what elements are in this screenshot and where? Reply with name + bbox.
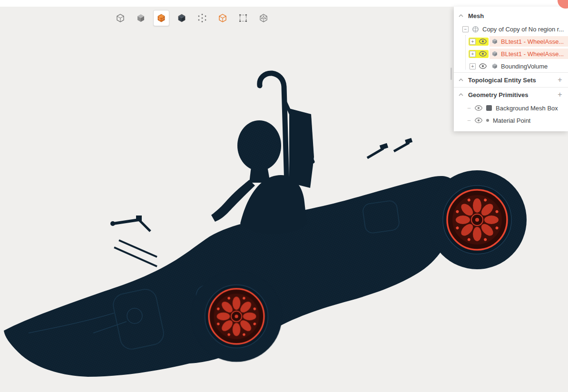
view-hollow-button[interactable] bbox=[215, 10, 231, 26]
scene-tree-panel: Mesh − Copy of Copy of No region r... + bbox=[454, 7, 568, 131]
cube-solid-icon bbox=[136, 13, 146, 23]
geometry-section-header[interactable]: Geometry Primitives + bbox=[454, 87, 568, 102]
chevron-up-icon bbox=[459, 14, 463, 18]
topological-section-header[interactable]: Topological Entity Sets + bbox=[454, 72, 568, 87]
mesh-part-cube-icon bbox=[491, 63, 498, 69]
tree-connector: – bbox=[467, 117, 471, 124]
expand-toggle[interactable]: + bbox=[470, 51, 476, 57]
mesh-box-icon bbox=[486, 105, 492, 111]
front-suspension bbox=[110, 216, 157, 266]
row-strip: BoundingVolume bbox=[490, 61, 568, 71]
panel-scrollbar-thumb[interactable] bbox=[450, 68, 452, 80]
view-surface-mesh-button[interactable] bbox=[153, 10, 169, 26]
rear-suspension bbox=[367, 138, 412, 158]
tree-row-material-point[interactable]: – Material Point bbox=[454, 114, 568, 127]
rear-wheel bbox=[428, 170, 527, 269]
driver-figure bbox=[211, 73, 314, 234]
marquee-select-icon bbox=[238, 13, 248, 23]
tree-connector: – bbox=[467, 105, 471, 111]
tree-item-label: BLtest1 - WheelAsse... bbox=[501, 50, 564, 58]
tree-row-wheel-assembly-2[interactable]: + BLtest1 - WheelAsse... bbox=[454, 48, 568, 60]
highlight-marker: + bbox=[469, 50, 489, 58]
mesh-section-header[interactable]: Mesh bbox=[454, 9, 568, 23]
visibility-eye-icon[interactable] bbox=[475, 105, 482, 111]
tree-item-label: Material Point bbox=[493, 117, 530, 124]
section-title: Mesh bbox=[468, 12, 564, 20]
tree-item-label: Copy of Copy of No region r... bbox=[482, 26, 564, 33]
cube-mesh-icon bbox=[157, 13, 166, 23]
mesh-view-toolbar bbox=[112, 10, 272, 26]
cube-hollow-orange-icon bbox=[218, 13, 227, 23]
section-title: Geometry Primitives bbox=[468, 91, 556, 98]
selected-row-strip: BLtest1 - WheelAsse... bbox=[490, 49, 568, 59]
tree-item-label: Background Mesh Box bbox=[496, 105, 558, 112]
tree-row-bounding-volume[interactable]: + BoundingVolume bbox=[454, 60, 568, 72]
selected-row-strip: BLtest1 - WheelAsse... bbox=[490, 36, 568, 47]
tree-row-background-mesh-box[interactable]: – Background Mesh Box bbox=[454, 102, 568, 114]
visibility-eye-icon[interactable] bbox=[479, 63, 487, 69]
expand-toggle[interactable]: + bbox=[470, 63, 476, 69]
tree-item-label: BoundingVolume bbox=[501, 63, 548, 70]
cube-points-icon bbox=[197, 13, 207, 23]
expand-toggle[interactable]: + bbox=[470, 39, 476, 45]
section-title: Topological Entity Sets bbox=[468, 77, 556, 84]
top-bar bbox=[0, 0, 568, 7]
view-mesh-regions-button[interactable] bbox=[255, 10, 272, 26]
tree-row-wheel-assembly-1[interactable]: + BLtest1 - WheelAsse... bbox=[454, 35, 568, 48]
add-geometry-primitive-button[interactable]: + bbox=[556, 91, 564, 98]
chevron-up-icon bbox=[459, 78, 463, 82]
view-volume-mesh-button[interactable] bbox=[174, 10, 190, 26]
highlight-marker: + bbox=[469, 38, 489, 46]
tree-item-label: BLtest1 - WheelAsse... bbox=[501, 38, 564, 45]
mesh-sphere-icon bbox=[472, 26, 479, 33]
visibility-eye-icon[interactable] bbox=[479, 39, 487, 44]
visibility-eye-icon[interactable] bbox=[479, 51, 487, 57]
row-controls: + bbox=[469, 62, 489, 70]
cube-outline-icon bbox=[116, 13, 125, 23]
mesh-part-cube-icon bbox=[491, 50, 498, 57]
mesh-children: + BLtest1 - WheelAsse... + bbox=[454, 35, 568, 72]
visibility-eye-icon[interactable] bbox=[475, 118, 482, 123]
view-wireframe-button[interactable] bbox=[112, 10, 128, 26]
chevron-up-icon bbox=[459, 93, 463, 97]
cube-dark-icon bbox=[177, 13, 186, 23]
material-point-icon bbox=[486, 119, 489, 122]
view-solid-button[interactable] bbox=[133, 10, 149, 26]
box-select-button[interactable] bbox=[235, 10, 251, 26]
tree-row-mesh-root[interactable]: − Copy of Copy of No region r... bbox=[454, 23, 568, 35]
mesh-part-cube-icon bbox=[491, 38, 498, 45]
view-points-button[interactable] bbox=[194, 10, 210, 26]
collapse-toggle[interactable]: − bbox=[462, 26, 469, 32]
cube-regions-icon bbox=[259, 13, 268, 23]
add-entity-set-button[interactable]: + bbox=[556, 76, 564, 84]
front-wheel bbox=[191, 271, 282, 362]
